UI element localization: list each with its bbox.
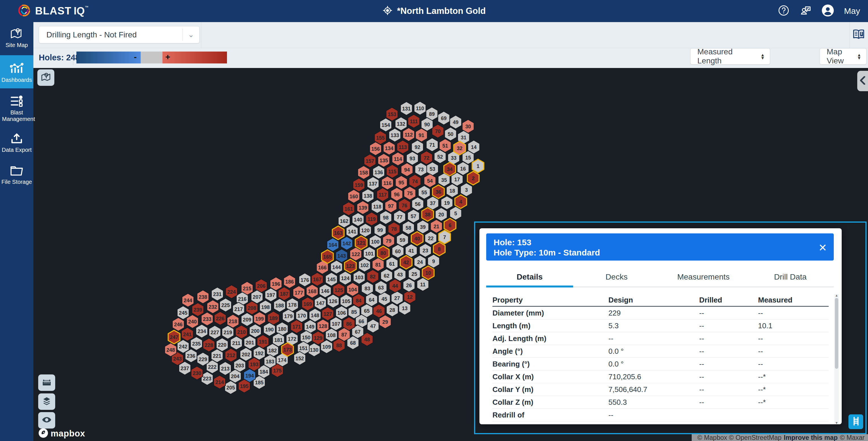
hole-cell-246[interactable]: 246 (173, 318, 184, 331)
hole-cell-229[interactable]: 229 (197, 352, 209, 366)
measured-length-select[interactable]: Measured Length ▲▼ (690, 48, 770, 65)
hole-cell-10[interactable]: 10 (422, 266, 434, 280)
hole-cell-242[interactable]: 242 (177, 340, 189, 353)
hole-cell-55[interactable]: 55 (418, 185, 430, 199)
hole-cell-98[interactable]: 98 (380, 211, 392, 224)
hole-cell-52[interactable]: 52 (434, 150, 446, 164)
hole-cell-63[interactable]: 63 (375, 281, 387, 294)
sidebar-item-data-export[interactable]: Data Export (0, 128, 33, 157)
hole-cell-8[interactable]: 8 (433, 242, 445, 256)
hole-cell-121[interactable]: 121 (355, 236, 367, 249)
hole-cell-217[interactable]: 217 (232, 302, 245, 316)
hole-cell-119[interactable]: 119 (366, 212, 377, 226)
hole-cell-88[interactable]: 88 (333, 339, 345, 352)
hole-cell-95[interactable]: 95 (395, 176, 407, 189)
hole-cell-58[interactable]: 58 (402, 221, 414, 235)
hole-cell-42[interactable]: 42 (400, 256, 412, 269)
hole-cell-114[interactable]: 114 (392, 152, 404, 166)
hole-cell-202[interactable]: 202 (240, 348, 252, 361)
hole-cell-164[interactable]: 164 (327, 238, 339, 252)
hole-cell-144[interactable]: 144 (331, 260, 342, 274)
measure-tool-button[interactable] (38, 375, 55, 391)
hole-cell-102[interactable]: 102 (359, 258, 370, 272)
hole-cell-101[interactable]: 101 (363, 247, 375, 260)
tab-drill-data[interactable]: Drill Data (747, 268, 834, 287)
dashboard-filter-select[interactable]: Drilling Length - Not Fired ⌄ (39, 26, 199, 43)
hole-cell-13[interactable]: 13 (399, 301, 411, 315)
hole-cell-9[interactable]: 9 (428, 254, 439, 268)
hole-cell-29[interactable]: 29 (379, 315, 391, 328)
hole-cell-22[interactable]: 22 (425, 231, 437, 245)
hole-cell-91[interactable]: 91 (415, 128, 427, 142)
hole-cell-32[interactable]: 32 (454, 141, 466, 155)
hole-cell-127[interactable]: 127 (322, 307, 334, 321)
hole-cell-28[interactable]: 28 (386, 303, 398, 317)
hole-cell-234[interactable]: 234 (196, 324, 208, 338)
hole-cell-110[interactable]: 110 (414, 101, 426, 115)
hole-cell-137[interactable]: 137 (367, 177, 379, 190)
hole-cell-138[interactable]: 138 (362, 189, 374, 203)
table-row[interactable]: Length (m) 5.3 -- 10.1 (492, 320, 829, 332)
hole-cell-74[interactable]: 74 (409, 174, 421, 188)
hole-cell-245[interactable]: 245 (177, 306, 189, 320)
hole-cell-76[interactable]: 76 (399, 199, 410, 212)
hole-cell-162[interactable]: 162 (338, 214, 350, 228)
hole-cell-209[interactable]: 209 (241, 313, 253, 326)
hole-cell-228[interactable]: 228 (203, 338, 215, 352)
hole-cell-118[interactable]: 118 (371, 200, 383, 213)
hole-cell-232[interactable]: 232 (207, 300, 219, 314)
avatar[interactable] (821, 4, 834, 18)
hole-cell-154[interactable]: 154 (380, 118, 392, 132)
hole-cell-85[interactable]: 85 (348, 305, 360, 319)
hole-cell-126[interactable]: 126 (327, 294, 339, 308)
hole-cell-145[interactable]: 145 (326, 272, 337, 286)
hole-cell-133[interactable]: 133 (389, 128, 401, 142)
hole-cell-46[interactable]: 46 (373, 304, 385, 318)
hole-cell-78[interactable]: 78 (388, 222, 400, 236)
hole-cell-190[interactable]: 190 (264, 323, 275, 336)
hole-cell-97[interactable]: 97 (385, 199, 397, 213)
hole-cell-44[interactable]: 44 (389, 279, 401, 293)
map-style-button[interactable] (37, 69, 54, 86)
hole-cell-233[interactable]: 233 (201, 312, 213, 326)
hole-cell-124[interactable]: 124 (339, 271, 351, 285)
hole-cell-111[interactable]: 111 (408, 114, 420, 128)
hole-cell-11[interactable]: 11 (417, 277, 429, 291)
tab-measurements[interactable]: Measurements (660, 268, 747, 287)
hole-cell-227[interactable]: 227 (209, 325, 221, 339)
visibility-button[interactable] (38, 412, 55, 429)
hole-cell-18[interactable]: 18 (446, 184, 458, 198)
hole-cell-38[interactable]: 38 (422, 208, 434, 221)
hole-cell-3[interactable]: 3 (461, 183, 472, 197)
hole-cell-7[interactable]: 7 (439, 230, 451, 244)
table-row[interactable]: Angle (°) 0.0 ° -- -- (492, 345, 829, 358)
hole-cell-112[interactable]: 112 (403, 128, 414, 141)
hole-cell-77[interactable]: 77 (394, 210, 406, 224)
hole-cell-24[interactable]: 24 (414, 255, 426, 269)
sidebar-item-site-map[interactable]: Site Map (0, 22, 33, 52)
charge-plan-button[interactable] (848, 414, 863, 429)
hole-cell-71[interactable]: 71 (426, 138, 438, 151)
hole-cell-199[interactable]: 199 (254, 312, 266, 325)
hole-cell-139[interactable]: 139 (357, 201, 369, 214)
hole-cell-141[interactable]: 141 (346, 225, 358, 238)
feedback-user-icon[interactable] (799, 4, 812, 18)
hole-cell-115[interactable]: 115 (386, 165, 398, 178)
hole-cell-167[interactable]: 167 (311, 272, 323, 286)
improve-map-link[interactable]: Improve this map (784, 434, 837, 441)
hole-cell-81[interactable]: 81 (372, 258, 384, 271)
hole-cell-103[interactable]: 103 (353, 270, 365, 284)
hole-cell-160[interactable]: 160 (348, 189, 360, 203)
layers-button[interactable] (38, 393, 55, 410)
hole-cell-36[interactable]: 36 (432, 185, 444, 199)
blastiq-logo[interactable]: BLASTIQ™ (18, 0, 88, 22)
hole-cell-83[interactable]: 83 (362, 282, 373, 295)
hole-cell-129[interactable]: 129 (312, 331, 324, 345)
hole-cell-1[interactable]: 1 (472, 159, 484, 173)
tab-decks[interactable]: Decks (573, 268, 660, 287)
hole-cell-171[interactable]: 171 (291, 320, 303, 333)
hole-cell-25[interactable]: 25 (408, 267, 420, 281)
panel-collapse-tab[interactable] (857, 71, 868, 91)
hole-cell-238[interactable]: 238 (197, 290, 209, 304)
hole-cell-156[interactable]: 156 (370, 142, 381, 155)
